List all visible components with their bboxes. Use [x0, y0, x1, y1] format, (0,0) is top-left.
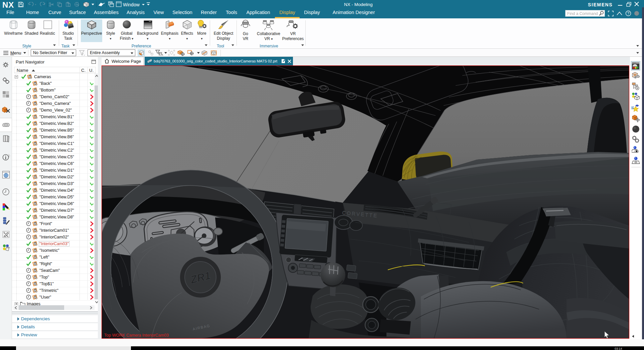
svg-text:Top WORK Camera InteriorCam03: Top WORK Camera InteriorCam03 [104, 333, 169, 338]
svg-text:?: ? [627, 11, 629, 15]
